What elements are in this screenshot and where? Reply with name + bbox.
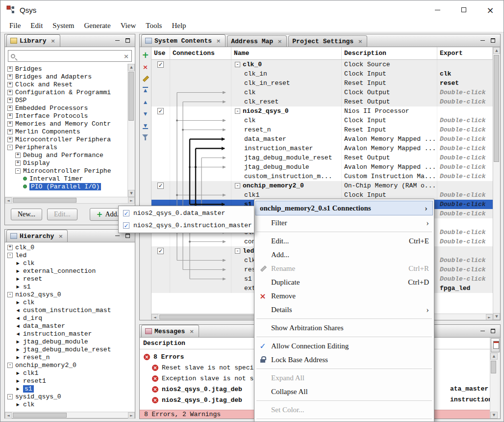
export-cell[interactable]: Double-click (437, 209, 493, 218)
library-tree-item[interactable]: + Merlin Components (5, 128, 127, 135)
export-cell[interactable]: Double-click (437, 172, 493, 181)
table-row[interactable]: - onchip_memory2_0 On-Chip Memory (RAM o… (151, 181, 493, 190)
export-cell[interactable] (437, 218, 493, 228)
use-checkbox[interactable] (157, 61, 164, 68)
library-tree-item[interactable]: + DSP (5, 96, 127, 104)
connections-cell[interactable] (170, 134, 231, 144)
edit-icon[interactable] (142, 75, 149, 82)
tree-expander-icon[interactable]: - (7, 292, 13, 297)
export-cell[interactable] (437, 246, 493, 256)
context-menu-item[interactable]: Rename Ctrl+R › (254, 262, 434, 275)
connection-toggle-item[interactable]: nios2_qsys_0.data_master (119, 207, 254, 219)
hierarchy-tree-item[interactable]: ▶ clk (5, 400, 135, 408)
export-cell[interactable]: Double-click (437, 97, 493, 106)
messages-tab[interactable]: Messages × (141, 325, 199, 337)
connections-cell[interactable] (170, 256, 231, 265)
tree-expander-icon[interactable]: - (7, 394, 13, 399)
context-menu-item[interactable]: Allow Connection Editing › (254, 339, 434, 353)
library-tree-item[interactable]: Interval Timer (5, 175, 127, 183)
context-menu-item[interactable]: Edit... Ctrl+E › (254, 234, 434, 248)
row-expander-icon[interactable]: - (235, 248, 240, 254)
context-menu-item[interactable]: Collapse All › (254, 385, 434, 398)
tree-expander-icon[interactable]: + (7, 82, 13, 87)
export-cell[interactable]: Double-click (437, 134, 493, 144)
connections-cell[interactable] (170, 162, 231, 172)
scrollbar-thumb[interactable] (494, 55, 499, 162)
panel-float-icon[interactable] (125, 233, 131, 239)
move-bottom-icon[interactable]: ▼ (142, 122, 149, 129)
export-cell[interactable]: Double-click (437, 200, 493, 209)
export-cell[interactable]: Double-click (437, 88, 493, 97)
connections-cell[interactable] (170, 125, 231, 134)
scroll-left-icon[interactable]: ◄ (5, 412, 12, 419)
connections-cell[interactable] (170, 106, 231, 116)
table-row[interactable]: - nios2_qsys_0 Nios II Processor (151, 106, 493, 116)
export-cell[interactable]: Double-click (437, 265, 493, 274)
tab-close-icon[interactable]: × (358, 38, 362, 45)
tree-expander-icon[interactable]: - (7, 253, 13, 258)
hierarchy-tree-item[interactable]: ▶ reset1 (5, 377, 135, 385)
export-cell[interactable]: reset (437, 79, 493, 88)
tree-expander-icon[interactable]: - (7, 363, 13, 368)
connections-cell[interactable] (170, 153, 231, 162)
table-row[interactable]: - clk Clock Output Double-click (151, 88, 493, 97)
scroll-right-icon[interactable]: ► (128, 412, 135, 419)
new-button[interactable]: New... (11, 209, 42, 220)
scroll-right-icon[interactable]: ► (486, 314, 493, 320)
panel-minimize-icon[interactable] (114, 37, 121, 44)
table-row[interactable]: - custom_instruction_m... Custom Instruc… (151, 172, 493, 181)
library-tree-item[interactable]: - Microcontroller Periphe (5, 167, 127, 175)
connections-cell[interactable] (170, 116, 231, 125)
library-tree-item[interactable]: + Clock and Reset (5, 80, 127, 88)
scroll-left-icon[interactable]: ◄ (151, 314, 158, 320)
library-tree-item[interactable]: - Peripherals (5, 143, 127, 151)
row-expander-icon[interactable]: - (235, 183, 240, 188)
library-tree-item[interactable]: + Bridges (5, 65, 127, 73)
export-cell[interactable]: fpga_led (437, 284, 493, 293)
scrollbar-thumb[interactable] (13, 198, 76, 203)
tree-expander-icon[interactable]: + (7, 121, 13, 127)
maximize-button[interactable] (451, 0, 477, 19)
tree-expander-icon[interactable]: - (7, 145, 13, 150)
view-tab[interactable]: Project Settings × (288, 35, 367, 47)
column-export[interactable]: Export (437, 47, 493, 59)
connections-cell[interactable] (170, 97, 231, 106)
context-menu-item[interactable]: Add... › (254, 248, 434, 262)
hierarchy-tree-item[interactable]: ◀ data_master (5, 322, 135, 330)
connections-cell[interactable] (170, 79, 231, 88)
view-tab[interactable]: System Contents × (141, 34, 226, 47)
export-cell[interactable] (437, 60, 493, 69)
tab-close-icon[interactable]: × (51, 38, 55, 44)
tree-expander-icon[interactable]: + (7, 245, 13, 250)
tree-expander-icon[interactable]: + (7, 66, 13, 72)
use-checkbox[interactable] (157, 183, 164, 189)
library-tree-item[interactable]: PIO (Parallel I/O) (5, 183, 127, 190)
export-cell[interactable]: Double-click (437, 116, 493, 125)
messages-log-button[interactable] (491, 338, 500, 352)
hierarchy-tree-item[interactable]: ▶ reset_n (5, 353, 135, 361)
hierarchy-tree-item[interactable]: ▶ s1 (5, 283, 135, 290)
column-name[interactable]: Name (231, 47, 342, 59)
remove-icon[interactable]: × (142, 63, 149, 70)
scroll-up-icon[interactable]: ▲ (128, 64, 135, 71)
connection-checkbox[interactable] (123, 222, 129, 229)
library-vertical-scrollbar[interactable]: ▲ ▼ (127, 64, 135, 197)
tree-expander-icon[interactable]: + (7, 137, 13, 142)
connections-cell[interactable] (170, 144, 231, 153)
library-search-box[interactable]: × (8, 50, 132, 62)
hierarchy-tree-item[interactable]: + clk_0 (5, 243, 135, 251)
context-menu-item[interactable]: onchip_memory2_0.s1 Connections › (255, 201, 433, 215)
library-tree-item[interactable]: + Interface Protocols (5, 112, 127, 120)
tab-close-icon[interactable]: × (189, 328, 194, 335)
tree-expander-icon[interactable]: + (15, 153, 21, 158)
table-row[interactable]: - clk_reset Reset Output Double-click (151, 97, 493, 106)
context-menu-item[interactable]: Set Color... › (254, 403, 434, 417)
table-row[interactable]: - jtag_debug_module_reset Reset Output D… (151, 153, 493, 162)
library-tree-item[interactable]: + Memories and Memory Contr (5, 120, 127, 128)
menubar-item[interactable]: Edit (25, 20, 48, 31)
connection-checkbox[interactable] (123, 210, 129, 216)
library-horizontal-scrollbar[interactable]: ◄ ► (5, 197, 135, 203)
hierarchy-tree-item[interactable]: ▶ jtag_debug_module (5, 338, 135, 345)
export-cell[interactable]: Double-click (437, 237, 493, 246)
tree-expander-icon[interactable]: + (7, 113, 13, 119)
